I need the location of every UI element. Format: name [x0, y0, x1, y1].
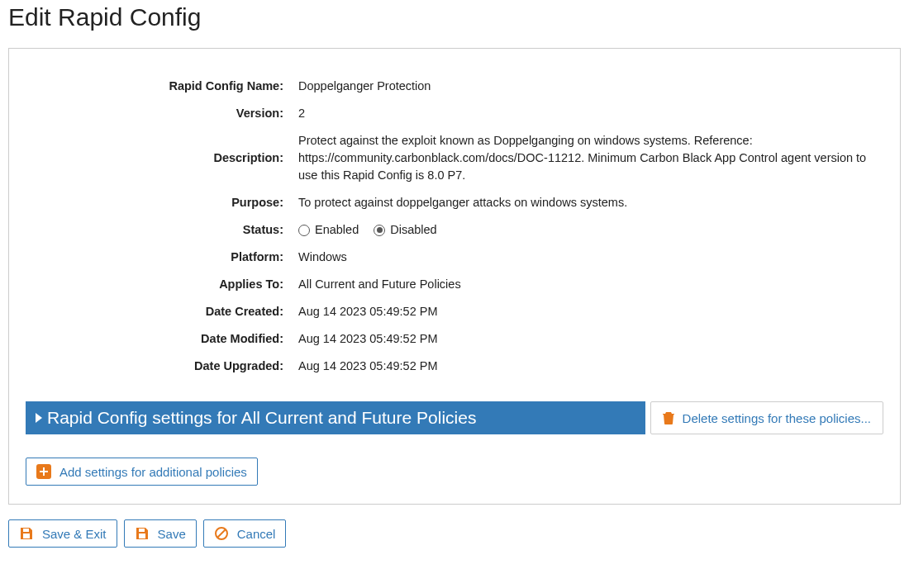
row-description: Description: Protect against the exploit… [26, 132, 883, 184]
value-description: Protect against the exploit known as Dop… [298, 132, 883, 184]
svg-rect-0 [26, 529, 28, 532]
label-status: Status: [26, 221, 298, 239]
row-purpose: Purpose: To protect against doppelganger… [26, 194, 883, 211]
add-settings-button[interactable]: Add settings for additional policies [26, 458, 258, 486]
value-version: 2 [298, 105, 883, 122]
row-date-upgraded: Date Upgraded: Aug 14 2023 05:49:52 PM [26, 358, 883, 375]
status-enabled-label: Enabled [315, 221, 359, 239]
add-settings-label: Add settings for additional policies [59, 465, 247, 479]
row-date-created: Date Created: Aug 14 2023 05:49:52 PM [26, 303, 883, 320]
value-date-modified: Aug 14 2023 05:49:52 PM [298, 330, 883, 348]
delete-settings-button[interactable]: Delete settings for these policies... [650, 401, 883, 434]
plus-icon [36, 464, 51, 479]
label-version: Version: [26, 105, 298, 122]
save-icon [135, 526, 150, 541]
value-platform: Windows [298, 249, 883, 266]
label-date-modified: Date Modified: [26, 330, 298, 348]
label-applies-to: Applies To: [26, 276, 298, 293]
save-label: Save [158, 527, 186, 541]
trash-icon [663, 411, 674, 424]
save-exit-label: Save & Exit [42, 527, 107, 541]
status-disabled-label: Disabled [390, 221, 436, 239]
save-exit-button[interactable]: Save & Exit [8, 519, 117, 548]
status-radio-group: Enabled Disabled [298, 221, 883, 239]
save-button[interactable]: Save [124, 519, 197, 548]
radio-icon [298, 225, 310, 236]
svg-line-3 [217, 530, 225, 538]
label-name: Rapid Config Name: [26, 78, 298, 95]
row-date-modified: Date Modified: Aug 14 2023 05:49:52 PM [26, 330, 883, 348]
page-title: Edit Rapid Config [8, 3, 901, 31]
row-platform: Platform: Windows [26, 249, 883, 266]
save-icon [19, 526, 34, 541]
settings-bar: Rapid Config settings for All Current an… [26, 401, 883, 434]
radio-icon [374, 225, 385, 236]
row-name: Rapid Config Name: Doppelganger Protecti… [26, 78, 883, 95]
cancel-button[interactable]: Cancel [203, 519, 287, 548]
chevron-right-icon [36, 413, 42, 423]
cancel-label: Cancel [237, 527, 276, 541]
row-version: Version: 2 [26, 105, 883, 122]
cancel-icon [214, 526, 229, 541]
footer-buttons: Save & Exit Save Cancel [8, 519, 901, 548]
label-date-upgraded: Date Upgraded: [26, 358, 298, 375]
value-purpose: To protect against doppelganger attacks … [298, 194, 883, 211]
label-description: Description: [26, 149, 298, 167]
value-applies-to: All Current and Future Policies [298, 276, 883, 293]
status-enabled-option[interactable]: Enabled [298, 221, 359, 239]
row-applies-to: Applies To: All Current and Future Polic… [26, 276, 883, 293]
value-date-upgraded: Aug 14 2023 05:49:52 PM [298, 358, 883, 375]
svg-rect-1 [142, 529, 144, 532]
value-date-created: Aug 14 2023 05:49:52 PM [298, 303, 883, 320]
label-date-created: Date Created: [26, 303, 298, 320]
config-panel: Rapid Config Name: Doppelganger Protecti… [8, 48, 901, 505]
value-name: Doppelganger Protection [298, 78, 883, 95]
label-purpose: Purpose: [26, 194, 298, 211]
row-status: Status: Enabled Disabled [26, 221, 883, 239]
settings-header-label: Rapid Config settings for All Current an… [47, 408, 476, 428]
label-platform: Platform: [26, 249, 298, 266]
settings-expand-header[interactable]: Rapid Config settings for All Current an… [26, 401, 645, 434]
delete-settings-label: Delete settings for these policies... [683, 411, 871, 425]
status-disabled-option[interactable]: Disabled [374, 221, 436, 239]
